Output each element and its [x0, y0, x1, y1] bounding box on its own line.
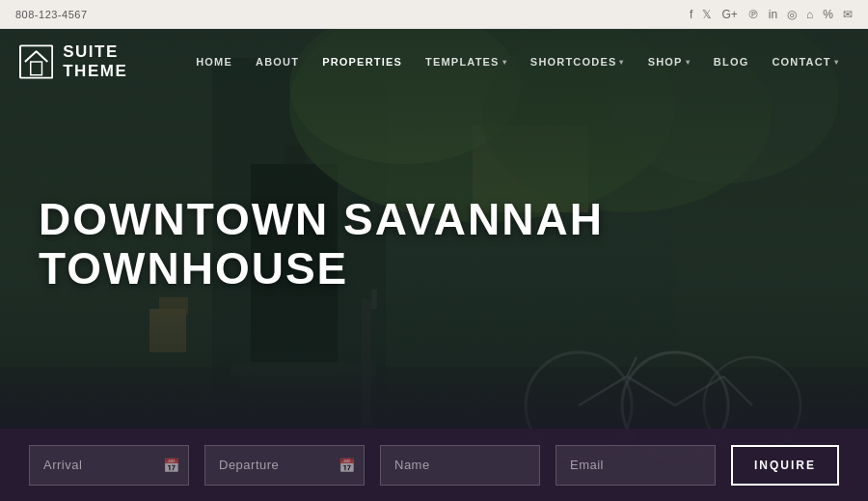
- nav-item-shortcodes[interactable]: SHORTCODES ▾: [521, 50, 635, 73]
- email-icon[interactable]: ✉: [843, 8, 853, 21]
- nav-item-properties[interactable]: PROPERTIES: [312, 50, 412, 73]
- nav-menu: HOME ABOUT PROPERTIES TEMPLATES ▾ SHORTC…: [186, 50, 849, 73]
- instagram-icon[interactable]: ◎: [787, 8, 797, 21]
- svg-rect-27: [31, 62, 42, 75]
- name-field-wrap: [380, 445, 540, 486]
- site-wrapper: SUITE THEME HOME ABOUT PROPERTIES TEMPLA…: [0, 29, 868, 501]
- home-icon: [19, 44, 53, 79]
- google-plus-icon[interactable]: G+: [721, 8, 737, 21]
- github-icon[interactable]: ⌂: [806, 8, 813, 21]
- nav-item-shop[interactable]: SHOP ▾: [638, 50, 700, 73]
- arrival-field-wrap: 📅: [29, 445, 189, 486]
- name-input[interactable]: [380, 445, 540, 486]
- departure-field-wrap: 📅: [204, 445, 365, 486]
- linkedin-icon[interactable]: in: [769, 8, 777, 21]
- brand[interactable]: SUITE THEME: [19, 42, 186, 81]
- form-bar: 📅 📅 INQUIRE: [0, 429, 868, 501]
- facebook-icon[interactable]: f: [690, 8, 692, 21]
- dropdown-caret: ▾: [834, 58, 839, 67]
- phone-number: 808-123-4567: [15, 9, 88, 20]
- navbar: SUITE THEME HOME ABOUT PROPERTIES TEMPLA…: [0, 29, 868, 95]
- dropdown-caret: ▾: [619, 58, 624, 67]
- nav-item-blog[interactable]: BLOG: [704, 50, 759, 73]
- twitter-icon[interactable]: 𝕏: [702, 8, 712, 21]
- arrival-input[interactable]: [29, 445, 189, 486]
- pinterest-icon[interactable]: ℗: [747, 8, 759, 21]
- nav-item-contact[interactable]: CONTACT ▾: [762, 50, 849, 73]
- email-input[interactable]: [556, 445, 716, 486]
- dropdown-caret: ▾: [502, 58, 507, 67]
- nav-item-home[interactable]: HOME: [186, 50, 242, 73]
- departure-input[interactable]: [204, 445, 365, 486]
- inquire-button[interactable]: INQUIRE: [731, 445, 839, 486]
- social-icons: f 𝕏 G+ ℗ in ◎ ⌂ % ✉: [690, 8, 853, 21]
- nav-item-about[interactable]: ABOUT: [246, 50, 309, 73]
- share-icon[interactable]: %: [823, 8, 833, 21]
- hero-content: DOWNTOWN SAVANNAH TOWNHOUSE: [0, 95, 868, 355]
- nav-item-templates[interactable]: TEMPLATES ▾: [416, 50, 517, 73]
- email-field-wrap: [556, 445, 716, 486]
- hero-title: DOWNTOWN SAVANNAH TOWNHOUSE: [39, 195, 829, 292]
- top-bar: 808-123-4567 f 𝕏 G+ ℗ in ◎ ⌂ % ✉: [0, 0, 868, 29]
- dropdown-caret: ▾: [686, 58, 691, 67]
- brand-name: SUITE THEME: [63, 42, 186, 81]
